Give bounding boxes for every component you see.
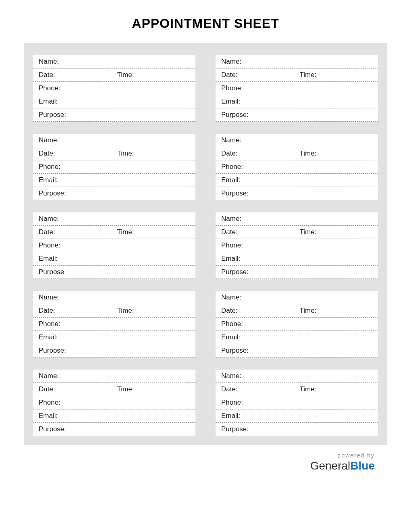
phone-row[interactable]: Phone: [33,82,195,95]
email-row[interactable]: Email: [33,331,195,344]
email-label: Email: [221,333,240,341]
purpose-label: Purpose: [39,189,66,197]
name-row[interactable]: Name: [216,370,378,383]
name-label: Name: [39,136,59,144]
name-label: Name: [221,215,241,223]
phone-row[interactable]: Phone: [216,239,378,252]
purpose-label: Purpose: [221,189,249,197]
phone-row[interactable]: Phone: [33,318,195,331]
name-row[interactable]: Name: [33,134,195,147]
appointment-card: Name:Date:Time:Phone:Email:Purpose: [33,291,195,357]
name-row[interactable]: Name: [33,55,195,69]
time-label: Time: [300,71,317,79]
phone-label: Phone: [39,320,60,328]
email-label: Email: [39,412,58,420]
appointment-card: Name:Date:Time:Phone:Email:Purpose: [216,291,378,357]
undefined-row[interactable]: Date:Time: [33,147,195,160]
name-label: Name: [39,293,59,301]
purpose-row[interactable]: Purpose: [33,344,195,357]
phone-label: Phone: [221,163,243,171]
date-label: Date: [39,71,55,79]
purpose-label: Purpose: [221,347,249,355]
credit-block: powered by GeneralBlue [24,452,387,472]
purpose-label: Purpose: [39,347,66,355]
email-row[interactable]: Email: [216,252,378,266]
undefined-row[interactable]: Date:Time: [33,383,195,396]
phone-label: Phone: [39,241,60,249]
email-row[interactable]: Email: [216,174,378,187]
name-row[interactable]: Name: [216,291,378,304]
purpose-row[interactable]: Purpose: [216,423,378,436]
phone-row[interactable]: Phone: [216,82,378,95]
name-label: Name: [39,58,59,66]
email-label: Email: [221,98,240,106]
email-row[interactable]: Email: [33,95,195,108]
name-row[interactable]: Name: [216,134,378,147]
brand-part-2: Blue [350,459,375,472]
email-row[interactable]: Email: [216,331,378,344]
phone-label: Phone: [39,84,60,92]
appointment-card: Name:Date:Time:Phone:Email:Purpose: [216,212,378,279]
time-label: Time: [117,228,134,236]
purpose-row[interactable]: Purpose: [33,108,195,122]
purpose-row[interactable]: Purpose: [216,266,378,279]
name-row[interactable]: Name: [216,55,378,69]
purpose-row[interactable]: Purpose: [216,344,378,357]
phone-row[interactable]: Phone: [33,160,195,174]
purpose-label: Purpose: [221,111,249,119]
phone-label: Phone: [221,399,243,407]
purpose-row[interactable]: Purpose [33,266,195,279]
name-row[interactable]: Name: [33,370,195,383]
purpose-row[interactable]: Purpose: [216,187,378,200]
name-label: Name: [221,372,241,380]
appointment-card: Name:Date:Time:Phone:Email:Purpose: [216,134,378,200]
email-label: Email: [39,176,58,184]
phone-row[interactable]: Phone: [33,239,195,252]
name-label: Name: [39,215,59,223]
appointment-card: Name:Date:Time:Phone:Email:Purpose: [33,134,195,200]
undefined-row[interactable]: Date:Time: [216,226,378,239]
name-row[interactable]: Name: [216,212,378,226]
email-row[interactable]: Email: [33,409,195,423]
email-label: Email: [39,333,58,341]
name-row[interactable]: Name: [33,291,195,304]
purpose-label: Purpose: [39,111,66,119]
powered-by-label: powered by [24,452,375,459]
appointment-card: Name:Date:Time:Phone:Email:Purpose [33,212,195,279]
undefined-row[interactable]: Date:Time: [33,69,195,82]
time-label: Time: [117,385,134,393]
date-label: Date: [39,307,55,314]
phone-row[interactable]: Phone: [33,396,195,409]
brand-name: GeneralBlue [24,459,375,472]
phone-row[interactable]: Phone: [216,160,378,174]
name-row[interactable]: Name: [33,212,195,226]
undefined-row[interactable]: Date:Time: [33,226,195,239]
purpose-label: Purpose: [39,425,66,433]
name-label: Name: [39,372,59,380]
email-label: Email: [39,255,58,263]
undefined-row[interactable]: Date:Time: [216,69,378,82]
email-row[interactable]: Email: [33,252,195,266]
email-row[interactable]: Email: [216,409,378,423]
date-label: Date: [221,150,238,157]
time-label: Time: [117,307,134,314]
time-label: Time: [117,150,134,157]
undefined-row[interactable]: Date:Time: [216,147,378,160]
email-label: Email: [221,412,240,420]
undefined-row[interactable]: Date:Time: [33,304,195,318]
undefined-row[interactable]: Date:Time: [216,304,378,318]
email-row[interactable]: Email: [216,95,378,108]
purpose-row[interactable]: Purpose: [33,187,195,200]
email-row[interactable]: Email: [33,174,195,187]
brand-part-1: General [310,459,351,472]
phone-row[interactable]: Phone: [216,318,378,331]
phone-label: Phone: [39,399,60,407]
phone-row[interactable]: Phone: [216,396,378,409]
purpose-row[interactable]: Purpose: [33,423,195,436]
name-label: Name: [221,293,241,301]
date-label: Date: [39,150,55,157]
undefined-row[interactable]: Date:Time: [216,383,378,396]
date-label: Date: [221,71,238,79]
purpose-row[interactable]: Purpose: [216,108,378,122]
appointment-card: Name:Date:Time:Phone:Email:Purpose: [216,370,378,436]
